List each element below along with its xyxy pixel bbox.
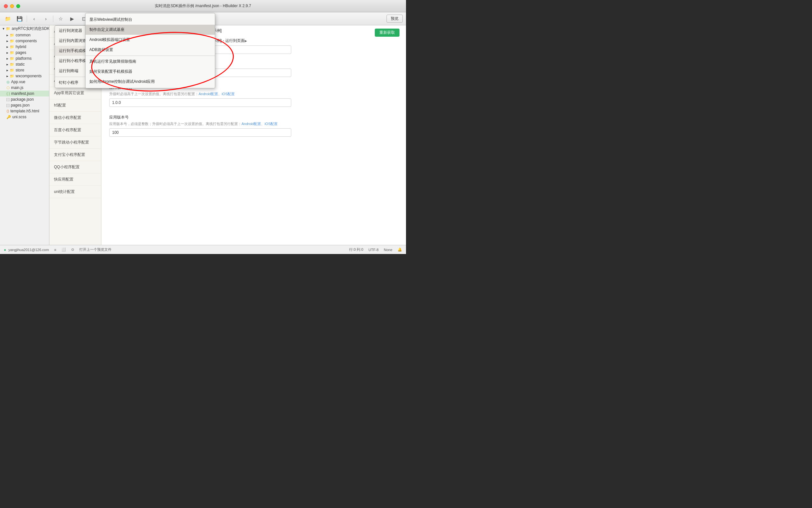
statusbar-right: 行:0 列:0 UTF-8 None 🔔 (349, 247, 402, 252)
sidebar-label-manifest-json: manifest.json (11, 91, 34, 96)
sidebar-item-main-js[interactable]: ⬡ main.js (0, 85, 49, 91)
refresh-button[interactable]: 重新获取 (375, 29, 399, 37)
app-desc-input[interactable] (109, 69, 291, 77)
app-version-input[interactable] (109, 128, 291, 137)
sidebar-label-hybrid: hybrid (15, 44, 26, 49)
vue-file-icon: ◎ (6, 80, 10, 84)
chevron-right-icon-3: ▸ (6, 45, 8, 49)
file-tree: ▾ 📁 anyRTC实时消息SDK插件示例 ▸ 📁 common ▸ 📁 com… (0, 25, 49, 245)
config-nav-label-qq: QQ小程序配置 (54, 165, 80, 169)
config-nav-label-app-module: App模块配置 (54, 54, 76, 58)
user-email: yangjihua2011@126.com (8, 248, 49, 252)
chevron-right-icon-4: ▸ (6, 51, 8, 55)
config-nav-app-module[interactable]: App模块配置 (49, 50, 101, 62)
app-name-label: 应用名称 (109, 32, 398, 37)
sidebar-item-wxcomponents[interactable]: ▸ 📁 wxcomponents (0, 73, 49, 79)
ios-link[interactable]: iOS配置 (168, 39, 181, 43)
config-nav-app-permission[interactable]: App权限配置 (49, 62, 101, 75)
config-nav-label-app-native-plugin: App原生插件配置 (54, 78, 84, 83)
forward-btn[interactable]: › (41, 14, 50, 24)
sidebar-item-components[interactable]: ▸ 📁 components (0, 38, 49, 44)
sidebar-item-manifest-json[interactable]: { } manifest.json (0, 91, 49, 96)
sidebar-item-package-json[interactable]: [ ] package.json (0, 96, 49, 102)
run-btn[interactable]: ▶ (68, 14, 77, 24)
config-nav-app-launch[interactable]: App启动界面配置 (49, 38, 101, 50)
status-open-file[interactable]: 打开上一个预览文件 (79, 247, 112, 252)
config-nav-quickapp[interactable]: 快应用配置 (49, 173, 101, 186)
config-nav-bytedance[interactable]: 字节跳动小程序配置 (49, 136, 101, 149)
tree-root[interactable]: ▾ 📁 anyRTC实时消息SDK插件示例 (0, 25, 49, 32)
window-controls (4, 4, 20, 8)
maximize-button[interactable] (16, 4, 20, 8)
status-line-ending: None (384, 248, 392, 252)
sidebar-item-pages[interactable]: ▸ 📁 pages (0, 50, 49, 55)
close-button[interactable] (4, 4, 8, 8)
sidebar-item-pages-json[interactable]: [ ] pages.json (0, 102, 49, 108)
app-version-name-label: 应用版本名称 (109, 85, 398, 90)
sidebar-item-app-vue[interactable]: ◎ App.vue (0, 79, 49, 85)
config-nav-app-icon[interactable]: App图标配置 (49, 25, 101, 38)
config-nav-baidu[interactable]: 百度小程序配置 (49, 124, 101, 136)
status-bell-icon: 🔔 (397, 248, 402, 252)
tree-root-label: anyRTC实时消息SDK插件示例 (12, 26, 49, 32)
sidebar-item-store[interactable]: ▸ 📁 store (0, 67, 49, 73)
app-version-name-section: 应用版本名称 升级时必须高于上一次设置的值。离线打包需另行配置：Android配… (109, 85, 398, 107)
config-nav-alipay[interactable]: 支付宝小程序配置 (49, 149, 101, 161)
preview-button[interactable]: 预览 (386, 15, 403, 23)
app-name-input[interactable] (109, 45, 291, 54)
content-area: 重新获取 应用名称 离线打包需另行配置：Android配置、iOS配置 应用描述… (102, 25, 406, 245)
status-icon-3: ⊙ (71, 248, 74, 252)
sidebar-label-uni-scss: uni.scss (12, 115, 26, 119)
config-nav-qq[interactable]: QQ小程序配置 (49, 161, 101, 173)
sidebar-item-template-html[interactable]: ⟨⟩ template.h5.html (0, 108, 49, 114)
config-nav-h5[interactable]: h5配置 (49, 99, 101, 112)
settings-btn[interactable]: ⊡ (79, 14, 88, 24)
config-nav-label-app-other: App常用其它设置 (54, 91, 84, 95)
sidebar-item-platforms[interactable]: ▸ 📁 platforms (0, 55, 49, 61)
chevron-down-icon: ▾ (3, 27, 5, 31)
sidebar-item-uni-scss[interactable]: 🔑 uni.scss (0, 114, 49, 120)
config-nav-label-app-permission: App权限配置 (54, 66, 76, 71)
config-nav-label-app-launch: App启动界面配置 (54, 41, 84, 46)
android-link[interactable]: Android配置 (145, 39, 164, 43)
config-nav-app-other[interactable]: App常用其它设置 (49, 87, 101, 99)
back-btn[interactable]: ‹ (30, 14, 39, 24)
scss-file-icon: 🔑 (6, 115, 11, 119)
titlebar: 实时消息SDK插件示例 /manifest.json - HBuilder X … (0, 0, 406, 12)
config-navigation: App图标配置 App启动界面配置 App模块配置 App权限配置 App原生插… (49, 25, 102, 245)
sidebar-label-app-vue: App.vue (11, 80, 25, 84)
sidebar-label-pages: pages (15, 50, 26, 55)
status-user: ● yangjihua2011@126.com (4, 248, 49, 252)
html-file-icon: ⟨⟩ (6, 109, 9, 113)
file-explorer-btn[interactable]: 📁 (3, 14, 12, 24)
minimize-button[interactable] (10, 4, 14, 8)
sidebar-label-components: components (15, 39, 37, 43)
save-btn[interactable]: 💾 (15, 14, 24, 24)
sidebar-label-static: static (15, 62, 25, 67)
chevron-right-icon-5: ▸ (6, 56, 8, 61)
folder-icon-wxcomponents: 📁 (10, 74, 14, 78)
app-desc-section: 应用描述 (109, 62, 398, 77)
toolbar: 📁 💾 ‹ › ☆ ▶ ⊡ 预览 (0, 12, 406, 25)
folder-icon-static: 📁 (10, 62, 14, 67)
folder-icon-platforms: 📁 (10, 56, 14, 61)
config-nav-label-alipay: 支付宝小程序配置 (54, 152, 85, 157)
config-nav-app-native-plugin[interactable]: App原生插件配置 (49, 75, 101, 87)
folder-icon-common: 📁 (10, 33, 14, 37)
config-nav-label-app-icon: App图标配置 (54, 29, 76, 34)
config-nav-uni-stats[interactable]: uni统计配置 (49, 186, 101, 198)
toolbar-separator-2 (53, 15, 53, 22)
sidebar-label-package-json: package.json (11, 97, 34, 102)
config-nav-wechat[interactable]: 微信小程序配置 (49, 112, 101, 124)
sidebar-item-common[interactable]: ▸ 📁 common (0, 32, 49, 38)
sidebar-label-platforms: platforms (15, 56, 32, 61)
sidebar-item-static[interactable]: ▸ 📁 static (0, 61, 49, 67)
folder-icon-components: 📁 (10, 39, 14, 43)
config-nav-label-h5: h5配置 (54, 103, 66, 108)
app-version-label: 应用版本号 (109, 115, 398, 120)
sidebar-item-hybrid[interactable]: ▸ 📁 hybrid (0, 44, 49, 50)
status-list-icon: ≡ (54, 248, 56, 252)
app-desc-label: 应用描述 (109, 62, 398, 67)
bookmark-btn[interactable]: ☆ (56, 14, 65, 24)
app-version-name-input[interactable] (109, 98, 291, 107)
